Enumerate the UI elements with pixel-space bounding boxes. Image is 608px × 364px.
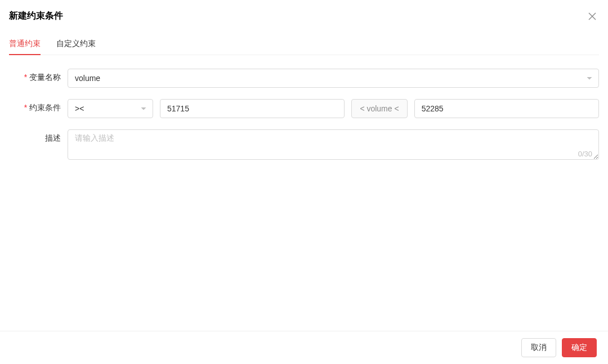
chevron-down-icon [586, 75, 593, 82]
modal-footer: 取消 确定 [0, 331, 608, 364]
chevron-down-icon [140, 105, 147, 112]
form-row-variable: 变量名称 volume [9, 69, 599, 88]
modal-body: 普通约束 自定义约束 变量名称 volume 约束条件 >< [0, 30, 608, 331]
tabs: 普通约束 自定义约束 [9, 30, 599, 55]
tab-standard-constraint[interactable]: 普通约束 [9, 33, 41, 55]
tab-custom-constraint[interactable]: 自定义约束 [56, 33, 96, 55]
constraint-modal: 新建约束条件 普通约束 自定义约束 变量名称 volume [0, 0, 608, 364]
variable-select-value: volume [75, 74, 100, 83]
lower-bound-input[interactable] [160, 99, 345, 118]
operator-select[interactable]: >< [68, 99, 153, 118]
upper-bound-input[interactable] [414, 99, 599, 118]
constraint-label: 约束条件 [9, 99, 68, 113]
description-textarea[interactable] [68, 129, 599, 160]
close-icon[interactable] [588, 12, 597, 21]
modal-title: 新建约束条件 [9, 10, 63, 22]
variable-label: 变量名称 [9, 69, 68, 83]
form-row-description: 描述 0/30 [9, 129, 599, 161]
confirm-button[interactable]: 确定 [562, 338, 597, 357]
operator-select-value: >< [75, 104, 84, 113]
form-row-constraint: 约束条件 >< < volume < [9, 99, 599, 118]
description-label: 描述 [9, 129, 68, 143]
between-label: < volume < [351, 99, 407, 118]
modal-header: 新建约束条件 [0, 0, 608, 30]
cancel-button[interactable]: 取消 [521, 338, 556, 357]
variable-select[interactable]: volume [68, 69, 599, 88]
